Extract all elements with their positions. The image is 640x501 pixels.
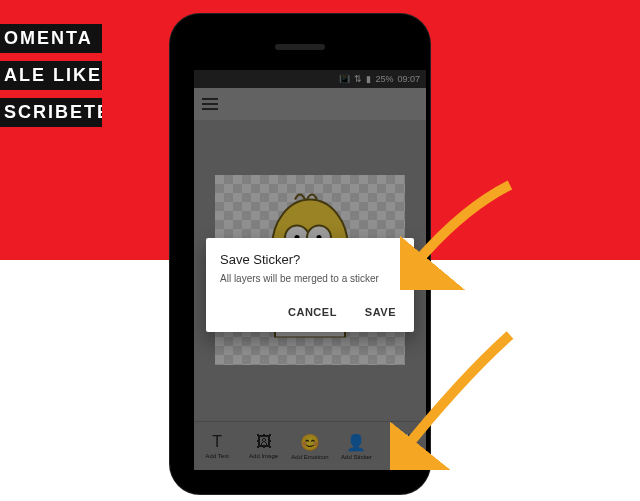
promo-tag: OMENTA: [0, 24, 102, 53]
phone-inner: 📳 ⇅ ▮ 25% 09:07: [180, 24, 420, 484]
dialog-message: All layers will be merged to a sticker: [220, 273, 400, 284]
promo-tags: OMENTA ALE LIKE SCRIBETE: [0, 24, 102, 127]
phone-screen: 📳 ⇅ ▮ 25% 09:07: [194, 70, 426, 470]
promo-tag: SCRIBETE: [0, 98, 102, 127]
cancel-button[interactable]: CANCEL: [284, 302, 341, 322]
dialog-title: Save Sticker?: [220, 252, 400, 267]
save-button[interactable]: SAVE: [361, 302, 400, 322]
phone-speaker: [275, 44, 325, 50]
save-sticker-dialog: Save Sticker? All layers will be merged …: [206, 238, 414, 332]
promo-tag: ALE LIKE: [0, 61, 102, 90]
dialog-actions: CANCEL SAVE: [220, 298, 400, 326]
phone-frame: 📳 ⇅ ▮ 25% 09:07: [170, 14, 430, 494]
stage: OMENTA ALE LIKE SCRIBETE 📳 ⇅ ▮ 25% 09:07: [0, 0, 640, 501]
